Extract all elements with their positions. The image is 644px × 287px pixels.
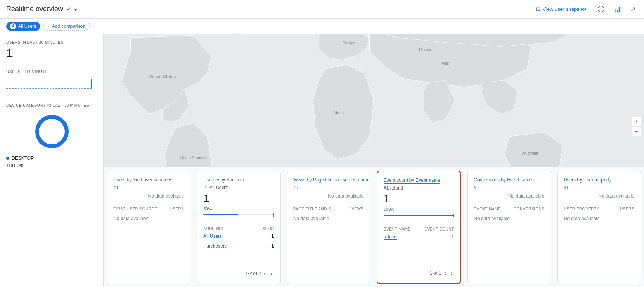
card-2-col2: USERS	[260, 227, 274, 231]
card-4-title-link[interactable]: Event count by Event name	[384, 178, 440, 184]
card-2-col1: AUDIENCE	[203, 227, 259, 231]
svg-text:South America: South America	[180, 155, 207, 160]
card-2-pct: 50%	[203, 207, 274, 211]
donut-legend: DESKTOP	[6, 155, 34, 161]
svg-text:Asia: Asia	[442, 61, 450, 65]
user-icon: A	[10, 23, 16, 29]
card-5-col1: EVENT NAME	[474, 207, 514, 211]
card-1-title: Users by First user source ▾	[113, 177, 184, 183]
plus-icon: +	[48, 24, 50, 29]
card-3-rank: #1 -	[293, 185, 364, 190]
card-4-pct: 100%	[384, 207, 454, 212]
card-4-bar	[384, 215, 454, 216]
card-2-title: Users ▾ by Audience	[203, 177, 274, 183]
card-2-row-2-label[interactable]: Purchasers	[203, 243, 227, 249]
desktop-dot	[6, 157, 9, 160]
card-2-value: 1	[203, 192, 274, 205]
card-5-rank: #1 -	[474, 185, 544, 190]
card-2-prev-button[interactable]: ‹	[262, 270, 267, 277]
card-4-next-button[interactable]: ›	[449, 269, 454, 277]
add-comparison-label: Add comparison	[52, 24, 86, 29]
card-6-title-link[interactable]: Users by User property	[564, 177, 611, 183]
filter-bar: A All Users + Add comparison	[0, 19, 644, 34]
map-controls: + −	[632, 117, 641, 136]
header-dropdown-icon[interactable]: ▾	[74, 6, 77, 12]
card-4-title: Event count by Event name	[384, 178, 454, 183]
card-4-row-1-label[interactable]: refund	[384, 234, 397, 240]
card-audience: Users ▾ by Audience #1 All Users 1 50% A…	[197, 171, 280, 284]
device-label: DEVICE CATEGORY IN LAST 30 MINUTES	[6, 103, 89, 108]
card-5-title-link[interactable]: Conversions by Event name	[474, 177, 532, 183]
card-2-divider	[203, 222, 274, 222]
card-4-value: 1	[384, 192, 454, 205]
card-5-no-data-bottom: No data available	[474, 216, 544, 221]
svg-text:United States: United States	[149, 74, 176, 79]
top-bar: Realtime overview ✓ ▾ ⊡ View user snapsh…	[0, 0, 644, 19]
chart-button[interactable]: 📊	[611, 4, 623, 14]
fullscreen-button[interactable]: ⛶	[596, 4, 606, 14]
card-6-title: Users by User property	[564, 177, 634, 183]
card-page-title: Views by Page title and screen name #1 -…	[287, 171, 370, 284]
card-2-next-button[interactable]: ›	[269, 270, 274, 277]
main-area: USERS IN LAST 30 MINUTES 1 USERS PER MIN…	[0, 34, 644, 287]
page-title: Realtime overview	[6, 5, 63, 13]
add-comparison-button[interactable]: + Add comparison	[43, 22, 90, 31]
card-1-divider	[113, 202, 184, 202]
card-6-no-data-top: No data available	[564, 193, 634, 199]
card-event-count: Event count by Event name #1 refund 1 10…	[377, 171, 461, 284]
card-6-col2: USERS	[620, 207, 634, 211]
card-3-title: Views by Page title and screen name	[293, 177, 364, 183]
card-5-divider	[474, 202, 544, 202]
card-6-rank: #1 -	[564, 185, 634, 190]
card-6-divider	[564, 202, 634, 202]
card-2-bar	[203, 214, 274, 215]
card-4-row-1: refund 1	[384, 233, 454, 241]
all-users-badge[interactable]: A All Users	[6, 22, 40, 31]
snapshot-icon: ⊡	[536, 6, 540, 12]
card-3-col1: PAGE TITLE AND S...	[293, 207, 351, 211]
card-5-col2: CONVERSIONS	[514, 207, 544, 211]
card-4-prev-button[interactable]: ‹	[443, 269, 448, 277]
card-1-col2: USERS	[170, 207, 184, 211]
card-4-divider	[384, 222, 454, 222]
card-2-title-link[interactable]: Users	[203, 177, 215, 183]
card-2-rank: #1 All Users	[203, 185, 274, 190]
desktop-label: DESKTOP	[12, 155, 34, 161]
card-2-row-2: Purchasers 1	[203, 242, 274, 250]
card-1-title-suffix: by First user source ▾	[127, 177, 171, 183]
map-zoom-in-button[interactable]: +	[632, 117, 641, 126]
svg-point-3	[37, 117, 67, 146]
card-1-title-link[interactable]: Users	[113, 177, 125, 183]
desktop-pct: 100.0%	[6, 162, 24, 169]
card-4-rank: #1 refund	[384, 185, 454, 191]
card-4-col2: EVENT COUNT	[424, 227, 454, 231]
share-button[interactable]: ↗	[628, 4, 638, 14]
card-4-row-1-value: 1	[452, 234, 454, 239]
card-5-col-headers: EVENT NAME CONVERSIONS	[474, 207, 544, 211]
donut-chart	[6, 112, 97, 151]
card-1-no-data-bottom: No data available	[113, 216, 184, 221]
users-label: USERS IN LAST 30 MINUTES	[6, 40, 97, 44]
card-2-row-2-value: 1	[271, 243, 274, 249]
card-4-col1: EVENT NAME	[384, 227, 424, 231]
all-users-label: All Users	[18, 24, 36, 29]
top-bar-right: ⊡ View user snapshot ⛶ 📊 ↗	[531, 4, 638, 14]
svg-text:Europe: Europe	[343, 41, 356, 45]
view-snapshot-button[interactable]: ⊡ View user snapshot	[531, 4, 591, 14]
svg-text:Russia: Russia	[419, 47, 433, 52]
world-map: United States Canada Europe Russia Afric…	[104, 34, 644, 167]
card-4-pagination: 1 of 1	[430, 270, 441, 276]
card-3-divider	[293, 202, 364, 202]
users-per-minute-label: USERS PER MINUTE	[6, 70, 97, 74]
map-zoom-out-button[interactable]: −	[632, 127, 641, 136]
card-3-title-link[interactable]: Views by Page title and screen name	[293, 177, 370, 183]
card-4-col-headers: EVENT NAME EVENT COUNT	[384, 227, 454, 231]
card-1-rank: #1 -	[113, 185, 184, 190]
card-5-no-data-top: No data available	[474, 193, 544, 199]
users-stat-section: USERS IN LAST 30 MINUTES 1	[6, 40, 97, 60]
card-2-row-1-label[interactable]: All Users	[203, 234, 222, 239]
card-2-pagination: 1-2 of 2	[245, 271, 261, 276]
users-value: 1	[6, 46, 97, 60]
card-1-no-data-top: No data available	[113, 193, 184, 199]
card-2-bar-fill	[203, 214, 238, 215]
